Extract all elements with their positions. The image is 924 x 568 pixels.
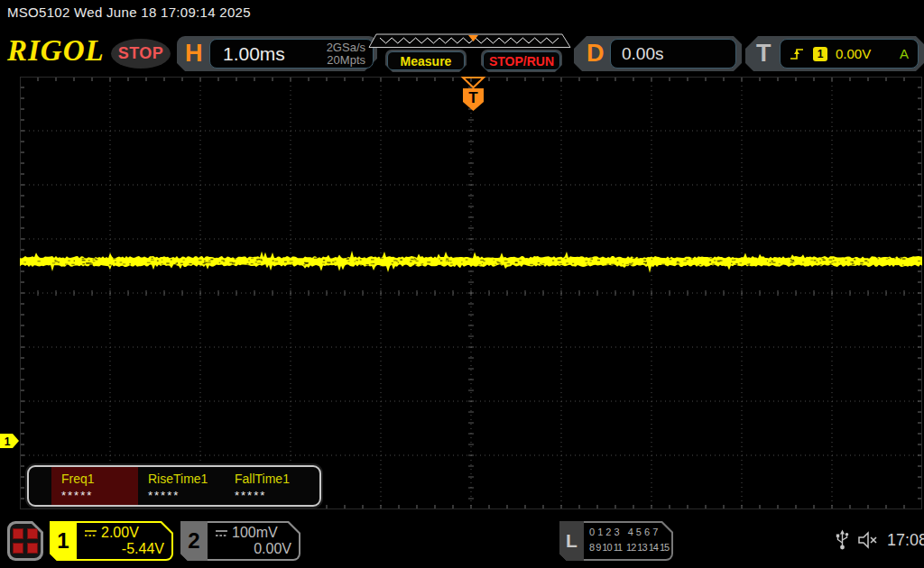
measurement-label: RiseTime1: [148, 472, 225, 486]
menu-grid-button[interactable]: [7, 521, 43, 561]
waveform-preview-strip[interactable]: [368, 33, 572, 49]
run-state-label: STOP: [118, 44, 164, 63]
trigger-level-value: 0.00V: [836, 46, 871, 61]
timebase-box[interactable]: 1.00ms 2GSa/s 20Mpts: [209, 39, 374, 69]
model-and-datetime: MSO5102 Wed June 18 17:09:14 2025: [7, 5, 251, 20]
menu-grid-icon: [10, 524, 41, 558]
run-state-badge[interactable]: STOP: [111, 39, 171, 69]
logic-channels-widget[interactable]: L 0 1 2 34 5 6 7 8 9 10 1112 13 14 15: [559, 521, 673, 561]
timebase-value: 1.00ms: [223, 43, 285, 65]
usb-icon: [836, 528, 849, 552]
measure-button-label: Measure: [401, 54, 452, 69]
measure-button[interactable]: Measure: [385, 50, 467, 72]
rigol-logo: RIGOL: [7, 34, 105, 68]
channel2-offset: 0.00V: [254, 541, 291, 557]
svg-text:1: 1: [5, 435, 11, 448]
svg-text:T: T: [468, 89, 478, 106]
trigger-position-marker[interactable]: T: [458, 77, 488, 113]
measurement-value: *****: [148, 489, 225, 502]
channel1-widget[interactable]: 1 2.00V -5.44V: [50, 521, 173, 561]
dc-coupling-icon: [84, 529, 97, 537]
edge-trigger-icon: [790, 47, 805, 60]
stop-run-button[interactable]: STOP/RUN: [481, 50, 562, 72]
trigger-label: T: [756, 40, 772, 68]
delay-value: 0.00s: [622, 44, 663, 64]
channel1-trace: [20, 77, 922, 509]
logic-channel-numbers: 0 1 2 34 5 6 7 8 9 10 1112 13 14 15: [589, 525, 673, 555]
channel2-scale: 100mV: [232, 525, 278, 541]
measurement-value: *****: [235, 489, 311, 502]
delay-box[interactable]: 0.00s: [610, 39, 736, 69]
memory-depth: 20Mpts: [327, 54, 365, 67]
measurement-item-freq1[interactable]: Freq1 *****: [51, 467, 138, 505]
measurement-value: *****: [61, 489, 138, 502]
speaker-muted-icon: [856, 530, 880, 550]
delay-label: D: [587, 40, 605, 68]
measurement-panel[interactable]: Freq1 ***** RiseTime1 ***** FallTime1 **…: [27, 465, 321, 507]
channel2-number: 2: [180, 521, 208, 561]
logic-label: L: [559, 521, 584, 561]
measurement-item-risetime1[interactable]: RiseTime1 *****: [138, 467, 225, 505]
channel1-number: 1: [50, 521, 77, 561]
channel2-widget[interactable]: 2 100mV 0.00V: [180, 521, 300, 561]
measurement-item-falltime1[interactable]: FallTime1 *****: [225, 467, 311, 505]
sample-rate: 2GSa/s: [327, 41, 365, 54]
measurement-label: FallTime1: [235, 472, 311, 486]
clock: 17:08: [887, 531, 924, 550]
trigger-source-badge: 1: [813, 47, 827, 61]
channel1-offset: -5.44V: [122, 541, 164, 557]
trigger-box[interactable]: 1 0.00V A: [780, 39, 919, 69]
trigger-sweep-mode: A: [900, 46, 909, 61]
oscilloscope-screen: MSO5102 Wed June 18 17:09:14 2025 RIGOL …: [0, 0, 924, 568]
dc-coupling-icon: [215, 529, 228, 537]
channel1-scale: 2.00V: [101, 525, 139, 541]
measurement-label: Freq1: [61, 472, 138, 486]
sample-rate-memory: 2GSa/s 20Mpts: [327, 41, 365, 67]
channel1-level-marker[interactable]: 1: [0, 433, 21, 449]
stop-run-button-label: STOP/RUN: [489, 54, 554, 69]
waveform-display-area[interactable]: [20, 77, 922, 509]
horizontal-label: H: [185, 40, 203, 68]
